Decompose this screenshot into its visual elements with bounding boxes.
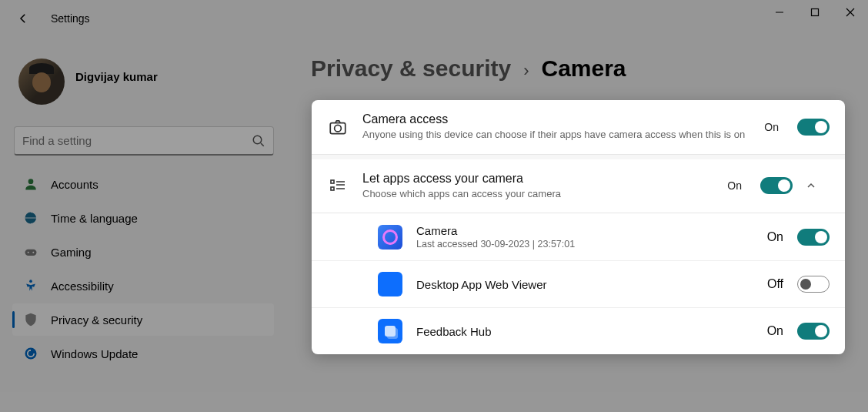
toggle-state-label: Off (767, 277, 783, 291)
sidebar-item-windows-update[interactable]: Windows Update (12, 337, 274, 370)
svg-rect-11 (331, 180, 334, 183)
sidebar-item-label: Gaming (51, 246, 92, 259)
chevron-up-icon[interactable] (806, 181, 830, 190)
app-name: Feedback Hub (416, 325, 753, 338)
breadcrumb-current: Camera (541, 55, 626, 82)
nav-list: Accounts Time & language Gaming Accessib… (12, 168, 274, 370)
breadcrumb-parent[interactable]: Privacy & security (311, 55, 511, 82)
svg-point-0 (253, 136, 262, 144)
svg-point-10 (335, 125, 342, 132)
user-subtext (75, 83, 191, 94)
chevron-right-icon: › (523, 61, 529, 81)
apps-access-card[interactable]: Let apps access your camera Choose which… (312, 159, 845, 214)
app-toggle[interactable] (797, 229, 830, 246)
search-icon (252, 134, 265, 148)
breadcrumb: Privacy & security › Camera (311, 55, 626, 82)
list-icon (327, 176, 349, 195)
back-button[interactable] (8, 12, 38, 25)
gaming-icon (23, 244, 38, 260)
sidebar-item-gaming[interactable]: Gaming (12, 236, 274, 268)
user-row[interactable]: Digvijay kumar (12, 46, 274, 122)
app-row: Feedback HubOn (312, 308, 845, 354)
app-subtext: Last accessed 30-09-2023 | 23:57:01 (416, 239, 753, 250)
sidebar-item-privacy-security[interactable]: Privacy & security (12, 303, 274, 336)
card-subtitle: Anyone using this device can choose if t… (362, 128, 750, 142)
camera-access-card: Camera access Anyone using this device c… (312, 100, 845, 155)
sidebar-item-accounts[interactable]: Accounts (12, 168, 274, 200)
svg-point-5 (32, 252, 34, 253)
svg-point-7 (25, 348, 37, 360)
svg-rect-12 (331, 187, 334, 190)
apps-access-toggle[interactable] (760, 177, 793, 194)
app-toggle[interactable] (797, 323, 830, 340)
sidebar-item-label: Time & language (51, 212, 138, 225)
card-title: Let apps access your camera (362, 172, 713, 186)
app-icon (378, 272, 402, 296)
titlebar: Settings (0, 0, 868, 37)
shield-icon (23, 312, 38, 327)
card-subtitle: Choose which apps can access your camera (362, 187, 713, 201)
app-row: Desktop App Web ViewerOff (312, 261, 845, 308)
toggle-state-label: On (767, 324, 783, 338)
window-controls (762, 0, 868, 25)
maximize-button[interactable] (797, 0, 833, 25)
camera-access-toggle[interactable] (797, 119, 830, 136)
sidebar: Digvijay kumar Accounts Time & langua (12, 46, 274, 370)
minimize-button[interactable] (762, 0, 797, 25)
svg-point-6 (29, 280, 32, 283)
accessibility-icon (23, 278, 38, 293)
app-title: Settings (51, 12, 90, 25)
windows-update-icon (23, 346, 38, 361)
camera-icon (327, 117, 349, 137)
card-title: Camera access (362, 112, 750, 126)
app-toggle[interactable] (797, 276, 830, 293)
app-name: Camera (416, 224, 753, 237)
settings-panel: Camera access Anyone using this device c… (312, 100, 845, 354)
svg-point-4 (28, 252, 29, 253)
toggle-state-label: On (727, 179, 742, 192)
close-button[interactable] (833, 0, 868, 25)
app-row: CameraLast accessed 30-09-2023 | 23:57:0… (312, 213, 845, 261)
time-language-icon (23, 210, 38, 226)
app-name: Desktop App Web Viewer (416, 278, 753, 291)
sidebar-item-label: Windows Update (51, 347, 138, 360)
toggle-state-label: On (767, 230, 783, 244)
accounts-icon (23, 176, 38, 192)
sidebar-item-accessibility[interactable]: Accessibility (12, 270, 274, 302)
app-icon (378, 225, 402, 250)
sidebar-item-label: Accessibility (51, 280, 114, 293)
toggle-state-label: On (764, 121, 779, 133)
sidebar-item-time-language[interactable]: Time & language (12, 202, 274, 234)
search-input[interactable] (22, 134, 252, 147)
user-name: Digvijay kumar (75, 70, 191, 83)
svg-rect-3 (25, 250, 37, 256)
svg-rect-8 (812, 9, 819, 16)
sidebar-item-label: Accounts (51, 178, 98, 191)
sidebar-item-label: Privacy & security (51, 313, 142, 327)
search-box[interactable] (14, 126, 274, 156)
avatar (18, 59, 65, 105)
app-icon (378, 319, 402, 343)
svg-point-1 (28, 179, 34, 184)
